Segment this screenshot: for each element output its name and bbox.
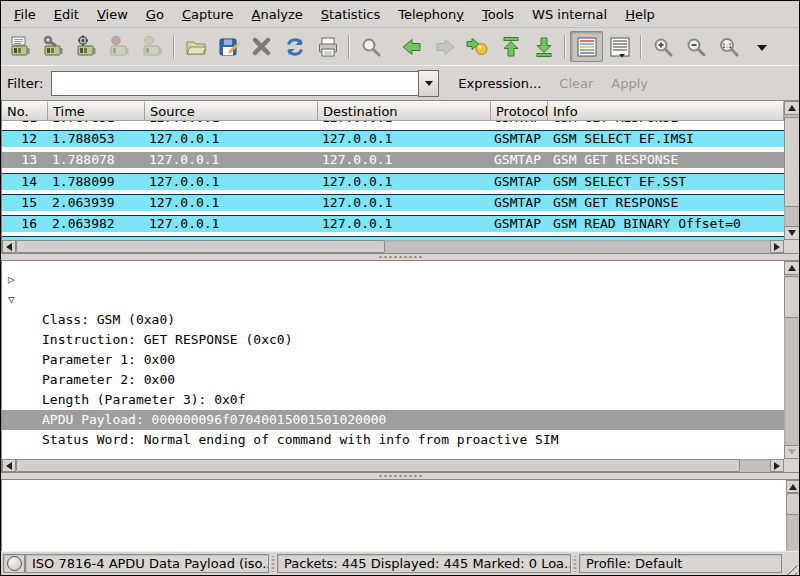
reload-icon[interactable] [278,31,311,62]
capture-start-icon[interactable] [70,31,103,62]
packet-row-16[interactable]: 16 2.063982 127.0.0.1 127.0.0.1 GSMTAP G… [2,213,784,234]
scroll-up-button[interactable] [784,261,800,275]
menu-help[interactable]: Help [616,3,664,26]
hex-row-0010[interactable]: 001000 42 2b 19 40 00 40 11 11 90 7f 00 … [8,499,786,515]
capture-stop-icon[interactable] [103,31,136,62]
packet-row-12[interactable]: 12 1.788053 127.0.0.1 127.0.0.1 GSMTAP G… [2,128,784,149]
main-toolbar: 1:1 [1,28,799,65]
go-back-icon[interactable] [395,31,428,62]
detail-row-udp[interactable]: ▷ User Datagram Protocol, Src Port: 5229… [2,270,784,290]
column-header-info[interactable]: Info [548,101,784,121]
menu-ws-internal[interactable]: WS internal [523,3,616,26]
statusbar-grip-icon[interactable] [572,556,578,572]
detail-row-instruction[interactable]: Instruction: GET RESPONSE (0xc0) [2,330,784,350]
menu-tools[interactable]: Tools [473,3,523,26]
status-profile[interactable]: Profile: Default [579,554,782,573]
detail-row-apdu-payload-selected[interactable]: APDU Payload: 000000096f0704001500150102… [2,410,784,430]
toolbar-separator [173,35,175,59]
hex-row-0030[interactable]: 003000 00 00 00 00 00 00 00 00 00 a0 c0 … [8,531,786,547]
apply-button[interactable]: Apply [602,71,657,96]
scrollbar-corner [784,240,800,253]
detail-row-parameter2[interactable]: Parameter 2: 0x00 [2,370,784,390]
details-horizontal-scrollbar[interactable] [2,459,784,472]
packet-row-13-selected[interactable]: 13 1.788078 127.0.0.1 127.0.0.1 GSMTAP G… [2,149,784,171]
scroll-right-button[interactable] [770,240,784,253]
expander-expanded-icon[interactable]: ▽ [8,290,22,310]
splitter-grip-icon [378,255,422,259]
detail-row-ip[interactable]: Internet Protocol, Src: 127.0.0.1 (127.0… [2,261,784,270]
packet-list-header: No. Time Source Destination Protocol Inf… [2,101,784,121]
filter-dropdown-button[interactable] [418,70,439,97]
scrollbar-thumb[interactable] [784,117,800,207]
scrollbar-thumb[interactable] [16,459,740,472]
menu-file[interactable]: File [5,3,45,26]
window-resize-grip-icon[interactable] [782,560,797,575]
scrollbar-thumb[interactable] [786,493,800,515]
auto-scroll-icon[interactable] [603,31,636,62]
expression-button[interactable]: Expression... [449,71,550,96]
toolbar-overflow-icon[interactable] [745,31,778,62]
scroll-up-button[interactable] [786,480,800,493]
menu-go[interactable]: Go [137,3,173,26]
colorize-packets-icon[interactable] [570,31,603,62]
packet-row-15[interactable]: 15 2.063939 127.0.0.1 127.0.0.1 GSMTAP G… [2,192,784,213]
scroll-down-button[interactable] [784,226,800,240]
menu-statistics[interactable]: Statistics [312,3,389,26]
go-to-top-icon[interactable] [494,31,527,62]
toolbar-separator [348,35,350,59]
scroll-down-button[interactable] [784,445,800,459]
zoom-normal-icon[interactable]: 1:1 [712,31,745,62]
menu-edit[interactable]: Edit [45,3,88,26]
details-vertical-scrollbar[interactable] [784,261,800,459]
expander-collapsed-icon[interactable]: ▷ [8,270,22,290]
hex-vertical-scrollbar[interactable] [786,480,800,552]
scrollbar-corner [784,459,800,472]
hex-row-0000[interactable]: 000000 00 00 00 00 00 00 00 00 00 00 00 … [8,483,786,499]
go-to-packet-icon[interactable] [461,31,494,62]
filter-toolbar: Filter: Expression... Clear Apply [1,65,799,101]
column-header-time[interactable]: Time [48,101,145,121]
scroll-left-button[interactable] [2,240,16,253]
print-icon[interactable] [311,31,344,62]
close-file-icon[interactable] [245,31,278,62]
capture-restart-icon[interactable] [136,31,169,62]
menu-capture[interactable]: Capture [173,3,243,26]
detail-row-status-word[interactable]: Status Word: Normal ending of command wi… [2,430,784,450]
packet-row-14[interactable]: 14 1.788099 127.0.0.1 127.0.0.1 GSMTAP G… [2,171,784,192]
list-interfaces-icon[interactable] [4,31,37,62]
scrollbar-thumb[interactable] [784,276,800,318]
hex-row-0020[interactable]: 002000 01 cc 46 12 79 00 2e fe 41 02 04 … [8,515,786,531]
filter-input[interactable] [51,71,418,96]
find-packet-icon[interactable] [354,31,387,62]
column-header-protocol[interactable]: Protocol [491,101,548,121]
capture-options-icon[interactable] [37,31,70,62]
zoom-in-icon[interactable] [646,31,679,62]
expert-info-button[interactable] [3,554,25,573]
scroll-left-button[interactable] [2,459,16,472]
zoom-out-icon[interactable] [679,31,712,62]
scroll-up-button[interactable] [784,101,800,115]
packet-list-body: 11 1.787851 127.0.0.1 127.0.0.1 GSMTAP G… [2,121,784,244]
open-file-icon[interactable] [179,31,212,62]
detail-row-gsm-sim[interactable]: ▽ GSM SIM 11.11 [2,290,784,310]
column-header-no[interactable]: No. [2,101,48,121]
menu-view[interactable]: View [88,3,137,26]
statusbar-grip-icon[interactable] [270,556,276,572]
detail-row-class[interactable]: Class: GSM (0xa0) [2,310,784,330]
save-file-icon[interactable] [212,31,245,62]
menu-telephony[interactable]: Telephony [389,3,473,26]
scroll-right-button[interactable] [770,459,784,472]
go-forward-icon[interactable] [428,31,461,62]
column-header-source[interactable]: Source [145,101,318,121]
clear-button[interactable]: Clear [550,71,602,96]
packet-list-horizontal-scrollbar[interactable] [2,240,784,253]
column-header-destination[interactable]: Destination [318,101,491,121]
go-to-bottom-icon[interactable] [527,31,560,62]
packet-row-11[interactable]: 11 1.787851 127.0.0.1 127.0.0.1 GSMTAP G… [2,121,784,128]
menu-analyze[interactable]: Analyze [243,3,312,26]
scrollbar-thumb[interactable] [16,240,385,253]
status-packet-counts: Packets: 445 Displayed: 445 Marked: 0 Lo… [277,554,571,573]
detail-row-length[interactable]: Length (Parameter 3): 0x0f [2,390,784,410]
detail-row-parameter1[interactable]: Parameter 1: 0x00 [2,350,784,370]
packet-list-vertical-scrollbar[interactable] [784,101,800,240]
